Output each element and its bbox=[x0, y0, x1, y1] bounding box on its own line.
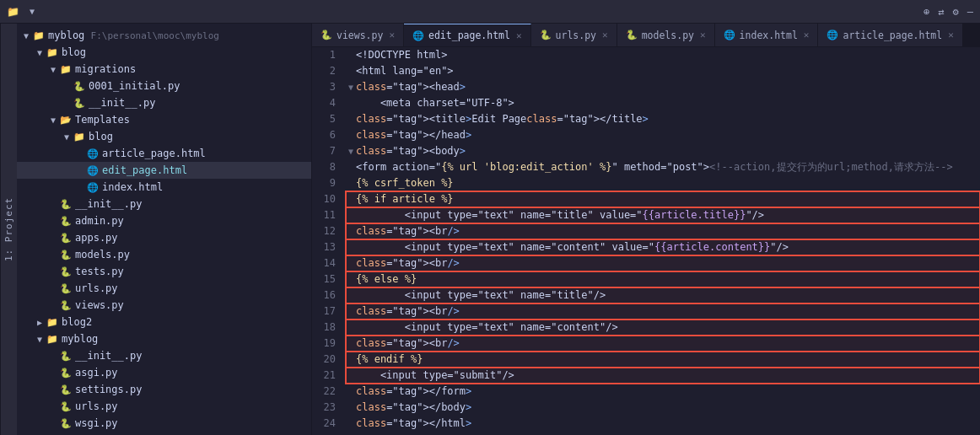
main-area: 1: Project ▼ 📁 myblog F:\personal\mooc\m… bbox=[0, 24, 980, 435]
tree-item-init-myblog[interactable]: 🐍 __init__.py bbox=[17, 347, 311, 364]
tree-item-blog-templates-folder[interactable]: ▼ 📁 blog bbox=[17, 128, 311, 145]
line-num-14: 14 bbox=[319, 255, 336, 271]
settings-icon[interactable]: ⚙ bbox=[953, 6, 959, 18]
tree-item-0001-initial[interactable]: 🐍 0001_initial.py bbox=[17, 78, 311, 94]
py-icon: 🐍 bbox=[59, 231, 73, 244]
title-bar-right: ⊕ ⇄ ⚙ — bbox=[923, 6, 973, 18]
tree-arrow: ▼ bbox=[34, 48, 46, 57]
editor-area: 🐍 views.py ✕ 🌐 edit_page.html ✕ 🐍 urls.p… bbox=[312, 24, 980, 435]
code-content[interactable]: <!DOCTYPE html> <html lang="en">▼class="… bbox=[342, 47, 980, 435]
py-icon: 🐍 bbox=[59, 197, 73, 211]
file-tree[interactable]: ▼ 📁 myblog F:\personal\mooc\myblog ▼ 📁 b… bbox=[17, 24, 312, 435]
line-num-6: 6 bbox=[319, 127, 336, 143]
tree-item-myblog-inner[interactable]: ▼ 📁 myblog bbox=[17, 330, 311, 347]
tree-item-init-migrations[interactable]: 🐍 __init__.py bbox=[17, 94, 311, 111]
tree-item-wsgi-py[interactable]: 🐍 wsgi.py bbox=[17, 415, 311, 432]
dropdown-arrow-icon[interactable]: ▼ bbox=[30, 7, 35, 16]
html-icon: 🌐 bbox=[86, 180, 100, 194]
tree-label: migrations bbox=[75, 63, 136, 75]
code-line-7: ▼class="tag"><body> bbox=[346, 143, 980, 159]
sidebar-label: 1: Project bbox=[0, 24, 17, 435]
tab-models-py[interactable]: 🐍 models.py ✕ bbox=[617, 24, 715, 46]
tree-item-tests-py[interactable]: 🐍 tests.py bbox=[17, 263, 311, 280]
py-icon: 🐍 bbox=[59, 416, 73, 430]
line-num-20: 20 bbox=[319, 352, 336, 368]
tree-item-migrations-folder[interactable]: ▼ 📁 migrations bbox=[17, 61, 311, 78]
line-num-8: 8 bbox=[319, 159, 336, 175]
tab-close-button[interactable]: ✕ bbox=[700, 30, 706, 40]
code-line-10: {% if article %} bbox=[346, 191, 980, 207]
line-num-15: 15 bbox=[319, 271, 336, 287]
py-icon: 🐍 bbox=[59, 265, 73, 278]
title-bar-left: 📁 ▼ bbox=[7, 6, 35, 18]
code-line-21: <input type="submit"/> bbox=[346, 368, 980, 384]
tree-item-apps-py[interactable]: 🐍 apps.py bbox=[17, 229, 311, 246]
minimize-icon[interactable]: — bbox=[967, 6, 973, 18]
line-num-23: 23 bbox=[319, 400, 336, 416]
tree-label: article_page.html bbox=[102, 148, 206, 159]
folder-icon: 📁 bbox=[46, 332, 59, 346]
tab-urls-py[interactable]: 🐍 urls.py ✕ bbox=[531, 24, 617, 46]
tab-type-icon: 🐍 bbox=[320, 30, 332, 40]
tree-item-urls-py-myblog[interactable]: 🐍 urls.py bbox=[17, 398, 311, 415]
tree-item-index-html[interactable]: 🌐 index.html bbox=[17, 179, 311, 196]
tree-item-views-py-blog[interactable]: 🐍 views.py bbox=[17, 297, 311, 314]
tree-item-init-blog[interactable]: 🐍 __init__.py bbox=[17, 196, 311, 212]
py-icon: 🐍 bbox=[73, 96, 86, 110]
tab-close-button[interactable]: ✕ bbox=[602, 30, 608, 40]
line-num-10: 10 bbox=[319, 191, 336, 207]
tree-item-article-page-html[interactable]: 🌐 article_page.html bbox=[17, 145, 311, 162]
code-line-8: <form action="{% url 'blog:edit_action' … bbox=[346, 159, 980, 175]
tab-close-button[interactable]: ✕ bbox=[804, 30, 810, 40]
tree-label: myblog bbox=[62, 333, 98, 345]
transfer-icon[interactable]: ⇄ bbox=[938, 6, 944, 18]
tree-item-asgi-py[interactable]: 🐍 asgi.py bbox=[17, 364, 311, 381]
folder-icon: 📁 bbox=[73, 130, 86, 143]
line-numbers: 123456789101112131415161718192021222324 bbox=[312, 47, 342, 435]
line-num-13: 13 bbox=[319, 239, 336, 255]
tree-arrow: ▼ bbox=[34, 335, 46, 344]
line-num-9: 9 bbox=[319, 175, 336, 191]
line-num-12: 12 bbox=[319, 223, 336, 239]
tab-article-page-html[interactable]: 🌐 article_page.html ✕ bbox=[818, 24, 962, 46]
tab-index-html[interactable]: 🌐 index.html ✕ bbox=[715, 24, 819, 46]
html-icon: 🌐 bbox=[86, 147, 100, 160]
globe-icon[interactable]: ⊕ bbox=[923, 6, 929, 18]
code-line-1: <!DOCTYPE html> bbox=[346, 47, 980, 63]
tree-item-models-py[interactable]: 🐍 models.py bbox=[17, 246, 311, 263]
tree-arrow: ▼ bbox=[47, 115, 59, 125]
tree-item-admin-py[interactable]: 🐍 admin.py bbox=[17, 212, 311, 229]
folder-blue-icon: 📂 bbox=[59, 113, 73, 126]
line-num-11: 11 bbox=[319, 207, 336, 223]
tree-item-settings-py[interactable]: 🐍 settings.py bbox=[17, 381, 311, 398]
tree-item-myblog-root[interactable]: ▼ 📁 myblog F:\personal\mooc\myblog bbox=[17, 27, 311, 44]
line-num-17: 17 bbox=[319, 303, 336, 320]
tab-close-button[interactable]: ✕ bbox=[389, 30, 395, 40]
tree-item-templates-folder[interactable]: ▼ 📂 Templates bbox=[17, 111, 311, 128]
py-icon: 🐍 bbox=[59, 349, 73, 362]
title-bar: 📁 ▼ ⊕ ⇄ ⚙ — bbox=[0, 0, 980, 24]
tree-label: blog2 bbox=[62, 316, 92, 328]
tree-label: urls.py bbox=[75, 282, 118, 294]
tree-item-blog2-folder[interactable]: ▶ 📁 blog2 bbox=[17, 314, 311, 330]
tab-type-icon: 🐍 bbox=[540, 30, 552, 40]
code-line-22: class="tag"></form> bbox=[346, 384, 980, 400]
tab-views-py[interactable]: 🐍 views.py ✕ bbox=[312, 24, 404, 46]
tab-edit-page-html[interactable]: 🌐 edit_page.html ✕ bbox=[404, 24, 531, 46]
fold-arrow-icon[interactable]: ▼ bbox=[346, 79, 356, 95]
folder-icon: 📁 bbox=[59, 62, 73, 76]
tree-item-urls-py-blog[interactable]: 🐍 urls.py bbox=[17, 280, 311, 297]
code-line-12: class="tag"><br/> bbox=[346, 223, 980, 239]
code-line-19: class="tag"><br/> bbox=[346, 336, 980, 352]
tree-arrow: ▶ bbox=[34, 318, 46, 327]
tree-label: index.html bbox=[102, 181, 163, 193]
tree-item-edit-page-html[interactable]: 🌐 edit_page.html bbox=[17, 162, 311, 179]
line-num-16: 16 bbox=[319, 287, 336, 303]
tab-close-button[interactable]: ✕ bbox=[516, 30, 522, 41]
fold-arrow-icon[interactable]: ▼ bbox=[346, 143, 356, 159]
code-line-15: {% else %} bbox=[346, 271, 980, 287]
tree-item-blog-folder[interactable]: ▼ 📁 blog bbox=[17, 44, 311, 61]
html-icon: 🌐 bbox=[86, 164, 100, 177]
tab-close-button[interactable]: ✕ bbox=[948, 30, 954, 40]
root-icon: 📁 bbox=[32, 29, 46, 42]
